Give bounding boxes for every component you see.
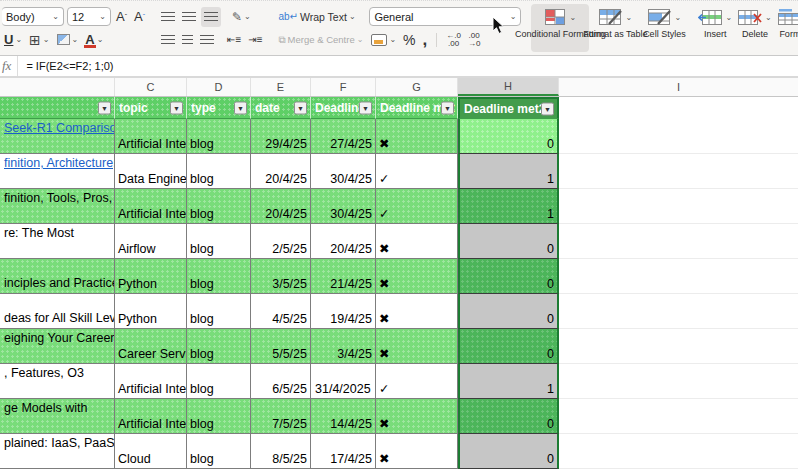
cell-date[interactable]: 3/5/25 <box>251 259 311 294</box>
wrap-text-button[interactable]: ab↵ Wrap Text⌄ <box>276 7 357 27</box>
cell-topic[interactable]: Python <box>115 259 187 294</box>
cell-deadline[interactable]: 21/4/25 <box>311 259 376 294</box>
cell-title[interactable]: finition, Tools, Pros, <box>0 189 115 224</box>
cell-filler[interactable] <box>559 399 798 434</box>
cell-date[interactable]: 6/5/25 <box>251 364 311 399</box>
header-cell-topic[interactable]: topic▼ <box>115 97 187 119</box>
format-as-table-button[interactable]: ⌄ Format as Table <box>589 4 641 52</box>
align-top-button[interactable] <box>159 7 177 27</box>
cell-type[interactable]: blog <box>187 434 251 469</box>
filter-dropdown-icon[interactable]: ▼ <box>294 101 307 114</box>
align-middle-button[interactable] <box>180 7 198 27</box>
cell-filler[interactable] <box>559 189 798 224</box>
filter-dropdown-icon[interactable]: ▼ <box>234 101 247 114</box>
borders-button[interactable]: ⊞⌄ <box>27 30 51 50</box>
cell-title[interactable]: eighing Your Career <box>0 329 115 364</box>
filter-dropdown-icon[interactable]: ▼ <box>441 101 454 114</box>
font-size-dropdown[interactable]: 12⌄ <box>67 7 111 26</box>
increase-decimal-button[interactable]: ←.0.00 <box>444 30 463 50</box>
column-header-f[interactable]: F <box>311 78 376 96</box>
cell-deadline[interactable]: 3/4/25 <box>311 329 376 364</box>
cell-deadline[interactable]: 19/4/25 <box>311 294 376 329</box>
cell-deadline-met[interactable]: ✖ <box>376 329 458 364</box>
column-header-e[interactable]: E <box>251 78 311 96</box>
orientation-button[interactable]: ✎⌄ <box>230 7 253 27</box>
cell-type[interactable]: blog <box>187 329 251 364</box>
increase-indent-button[interactable]: ⇥≡ <box>246 30 264 50</box>
cell-type[interactable]: blog <box>187 154 251 189</box>
cell-deadline-met[interactable]: ✓ <box>376 154 458 189</box>
filter-dropdown-icon[interactable]: ▼ <box>541 102 554 115</box>
cell-deadline[interactable]: 17/4/25 <box>311 434 376 469</box>
cell-topic[interactable]: Python <box>115 294 187 329</box>
increase-font-button[interactable]: Aˆ <box>114 7 129 27</box>
column-header-c[interactable]: C <box>115 78 187 96</box>
cell-type[interactable]: blog <box>187 259 251 294</box>
cell-filler[interactable] <box>559 154 798 189</box>
decrease-font-button[interactable]: Aˇ <box>132 7 147 27</box>
cell-deadline[interactable]: 30/4/25 <box>311 154 376 189</box>
cell-filler[interactable] <box>559 364 798 399</box>
cell-filler[interactable] <box>559 119 798 154</box>
cell-title[interactable]: re: The Most <box>0 224 115 259</box>
cell-deadline-met[interactable]: ✖ <box>376 294 458 329</box>
format-button[interactable]: ⌄ Format <box>775 4 798 52</box>
cell-deadline-met2[interactable]: 0 <box>458 119 559 154</box>
cell-deadline-met2[interactable]: 0 <box>458 434 559 469</box>
font-name-dropdown[interactable]: Body)⌄ <box>2 7 64 26</box>
align-center-button[interactable] <box>180 30 195 50</box>
decrease-indent-button[interactable]: ⇤≡ <box>225 30 243 50</box>
cell-deadline[interactable]: 14/4/25 <box>311 399 376 434</box>
header-cell-type[interactable]: type▼ <box>187 97 251 119</box>
cell-date[interactable]: 4/5/25 <box>251 294 311 329</box>
cell-filler[interactable] <box>559 294 798 329</box>
filter-dropdown-icon[interactable]: ▼ <box>98 101 111 114</box>
cell-deadline-met2[interactable]: 0 <box>458 224 559 259</box>
column-header-i[interactable]: I <box>559 78 798 96</box>
insert-button[interactable]: ⌄ Insert <box>695 4 735 52</box>
header-cell-deadline[interactable]: Deadline▼ <box>311 97 376 119</box>
cell-deadline-met[interactable]: ✓ <box>376 364 458 399</box>
cell-title[interactable]: , Features, O3 <box>0 364 115 399</box>
underline-button[interactable]: U⌄ <box>2 30 24 50</box>
cell-date[interactable]: 8/5/25 <box>251 434 311 469</box>
align-left-button[interactable] <box>159 30 177 50</box>
cell-topic[interactable]: Career Servic <box>115 329 187 364</box>
cell-deadline-met[interactable]: ✖ <box>376 399 458 434</box>
cell-deadline-met2[interactable]: 1 <box>458 189 559 224</box>
percent-style-button[interactable]: % <box>401 30 417 50</box>
conditional-formatting-button[interactable]: ⌄ Conditional Formatting <box>531 4 589 52</box>
filter-dropdown-icon[interactable]: ▼ <box>359 101 372 114</box>
fill-color-button[interactable]: ⌄ <box>55 30 81 50</box>
cell-title[interactable]: ge Models with <box>0 399 115 434</box>
filter-dropdown-icon[interactable]: ▼ <box>170 101 183 114</box>
cell-deadline-met[interactable]: ✖ <box>376 224 458 259</box>
cell-title[interactable]: plained: IaaS, PaaS, <box>0 434 115 469</box>
formula-input[interactable]: = IF(E2<=F2; 1;0) <box>18 60 113 72</box>
cell-type[interactable]: blog <box>187 224 251 259</box>
cell-title[interactable]: finition, Architecture, <box>0 154 115 189</box>
cell-deadline-met2[interactable]: 1 <box>458 364 559 399</box>
cell-deadline-met[interactable]: ✓ <box>376 189 458 224</box>
cell-title[interactable]: deas for All Skill Levels <box>0 294 115 329</box>
cell-filler[interactable] <box>559 259 798 294</box>
accounting-format-button[interactable]: ⌄ <box>369 30 398 50</box>
header-cell-date[interactable]: date▼ <box>251 97 311 119</box>
cell-filler[interactable] <box>559 434 798 469</box>
column-header-b[interactable] <box>0 78 115 96</box>
cell-date[interactable]: 2/5/25 <box>251 224 311 259</box>
header-cell-deadline-met2[interactable]: Deadline met2▼ <box>458 97 559 119</box>
cell-styles-button[interactable]: ⌄ Cell Styles <box>641 4 687 52</box>
cell-deadline[interactable]: 31/4/2025 <box>311 364 376 399</box>
cell-deadline[interactable]: 27/4/25 <box>311 119 376 154</box>
header-cell-deadline-met[interactable]: Deadline met▼ <box>376 97 458 119</box>
cell-topic[interactable]: Artificial Inte <box>115 399 187 434</box>
cell-title[interactable]: Seek-R1 Comparison, <box>0 119 115 154</box>
align-right-button[interactable] <box>198 30 216 50</box>
cell-deadline-met2[interactable]: 0 <box>458 399 559 434</box>
cell-deadline[interactable]: 30/4/25 <box>311 189 376 224</box>
cell-topic[interactable]: Data Enginee <box>115 154 187 189</box>
cell-date[interactable]: 20/4/25 <box>251 154 311 189</box>
cell-date[interactable]: 29/4/25 <box>251 119 311 154</box>
cell-type[interactable]: blog <box>187 364 251 399</box>
